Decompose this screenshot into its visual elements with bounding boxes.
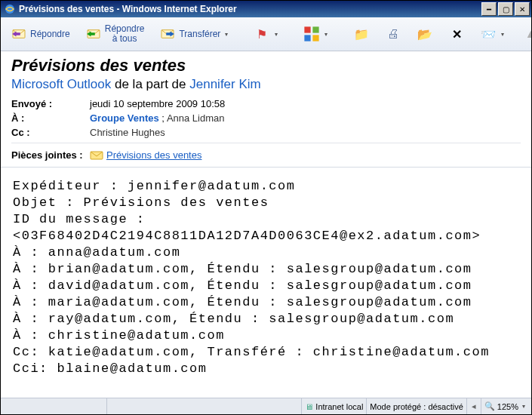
chevron-down-icon: ▾ xyxy=(324,31,331,38)
zoom-selector[interactable]: ◂ xyxy=(466,398,481,414)
attachments-row: Pièces jointes : Prévisions des ventes xyxy=(11,143,521,161)
minimize-button[interactable]: ━ xyxy=(481,2,497,16)
from-line: Microsoft Outlook de la part de Jennifer… xyxy=(11,77,521,92)
reply-all-label: Répondre à tous xyxy=(105,24,145,44)
sent-row: Envoyé : jeudi 10 septembre 2009 10:58 xyxy=(11,98,521,109)
reply-button[interactable]: Répondre xyxy=(5,23,75,45)
close-button[interactable]: ✕ xyxy=(515,2,530,16)
rules-icon: 📨 xyxy=(480,27,497,41)
svg-rect-4 xyxy=(305,27,311,33)
cc-label: Cc : xyxy=(11,127,90,138)
svg-rect-7 xyxy=(313,35,319,42)
chevron-down-icon: ▾ xyxy=(275,31,281,38)
folder-open-icon: 📂 xyxy=(417,27,433,41)
window-title: Prévisions des ventes - Windows Internet… xyxy=(19,4,237,14)
from-person[interactable]: Jennifer Kim xyxy=(189,77,260,91)
folder-move-icon: 📁 xyxy=(353,27,370,41)
computer-icon: 🖥 xyxy=(305,402,313,411)
from-product[interactable]: Microsoft Outlook xyxy=(11,77,111,91)
to-group-link[interactable]: Groupe Ventes xyxy=(90,112,159,124)
zoom-control[interactable]: 🔍 125% ▾ xyxy=(481,398,531,414)
reply-icon xyxy=(11,27,27,41)
attachment-link[interactable]: Prévisions des ventes xyxy=(106,149,201,161)
reply-all-icon xyxy=(85,27,102,41)
sent-value: jeudi 10 septembre 2009 10:58 xyxy=(90,98,225,109)
from-connector: de la part de xyxy=(111,77,189,91)
to-person[interactable]: Anna Lidman xyxy=(167,112,225,124)
svg-rect-5 xyxy=(313,27,319,33)
rules-button[interactable]: 📨 ▾ xyxy=(475,23,512,45)
subject: Prévisions des ventes xyxy=(11,56,521,75)
forward-label: Transférer xyxy=(179,29,220,39)
protected-mode[interactable]: Mode protégé : désactivé xyxy=(366,398,466,414)
delete-icon: ✕ xyxy=(448,27,465,41)
reply-label: Répondre xyxy=(30,29,70,39)
printer-icon: 🖨 xyxy=(385,27,401,41)
cc-person[interactable]: Christine Hughes xyxy=(90,127,165,138)
to-sep: ; xyxy=(159,112,167,124)
forward-icon xyxy=(159,27,176,41)
message-body[interactable]: Expéditeur : jennifer@adatum.com Objet :… xyxy=(1,168,531,398)
message-header: Prévisions des ventes Microsoft Outlook … xyxy=(1,51,531,168)
category-grid-icon xyxy=(303,27,320,41)
title-bar: Prévisions des ventes - Windows Internet… xyxy=(1,1,531,17)
zoom-icon: 🔍 xyxy=(484,401,495,411)
protected-mode-text: Mode protégé : désactivé xyxy=(370,402,463,411)
maximize-button[interactable]: ▢ xyxy=(498,2,513,16)
cc-row: Cc : Christine Hughes xyxy=(11,127,521,138)
chevron-down-icon: ▾ xyxy=(225,31,231,38)
sent-label: Envoyé : xyxy=(11,98,90,109)
zone-text: Intranet local xyxy=(315,402,363,411)
attachments-label: Pièces jointes : xyxy=(11,149,90,161)
to-row: À : Groupe Ventes ; Anna Lidman xyxy=(11,112,521,124)
zoom-out-icon: ◂ xyxy=(470,401,478,411)
forward-button[interactable]: Transférer ▾ xyxy=(154,23,236,45)
to-label: À : xyxy=(11,112,90,124)
status-bar: 🖥 Intranet local Mode protégé : désactiv… xyxy=(1,398,531,414)
attachment-icon xyxy=(90,150,103,161)
print-button[interactable]: 🖨 xyxy=(380,23,407,45)
delete-button[interactable]: ✕ xyxy=(443,23,470,45)
arrow-up-icon: ▲ xyxy=(522,27,532,41)
svg-rect-6 xyxy=(305,35,311,42)
chevron-down-icon: ▾ xyxy=(522,403,528,410)
flag-icon: ⚑ xyxy=(254,27,270,41)
security-zone[interactable]: 🖥 Intranet local xyxy=(301,398,366,414)
reply-all-button[interactable]: Répondre à tous xyxy=(80,20,150,48)
open-folder-button[interactable]: 📂 xyxy=(411,23,438,45)
flag-button[interactable]: ⚑ ▾ xyxy=(248,23,286,45)
chevron-down-icon: ▾ xyxy=(501,31,507,38)
zoom-value: 125% xyxy=(497,402,518,411)
status-spacer xyxy=(106,398,301,414)
move-button[interactable]: 📁 xyxy=(348,23,375,45)
toolbar: Répondre Répondre à tous Transférer ▾ ⚑ … xyxy=(1,17,531,51)
categories-button[interactable]: ▾ xyxy=(298,23,336,45)
previous-button[interactable]: ▲ xyxy=(517,23,532,45)
ie-icon xyxy=(4,3,16,15)
